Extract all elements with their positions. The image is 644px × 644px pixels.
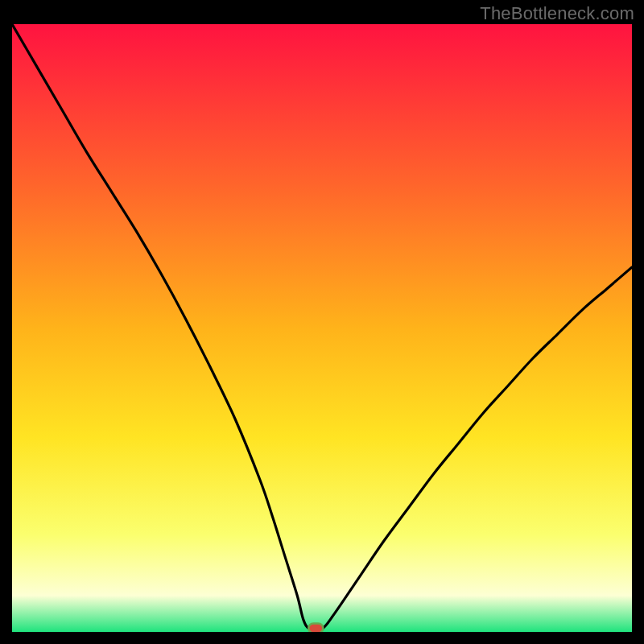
- optimal-marker: [308, 623, 323, 632]
- plot-area: [12, 24, 632, 632]
- outer-frame: TheBottleneck.com: [0, 0, 644, 644]
- watermark-text: TheBottleneck.com: [480, 3, 634, 24]
- gradient-background: [12, 24, 632, 632]
- bottleneck-chart: [12, 24, 632, 632]
